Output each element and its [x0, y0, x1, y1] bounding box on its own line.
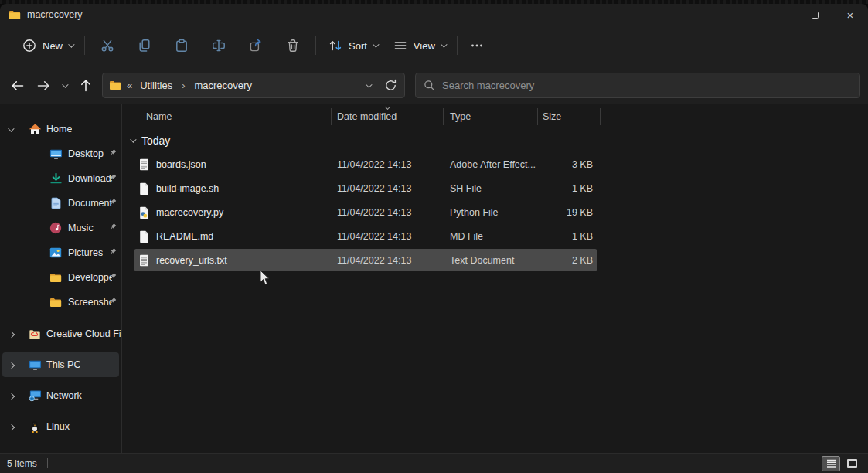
file-name: build-image.sh — [156, 183, 219, 194]
sidebar-item-home[interactable]: Home — [0, 117, 121, 141]
column-header-name[interactable]: Name — [146, 111, 172, 122]
column-header-date-modified[interactable]: Date modified — [337, 111, 397, 122]
rename-button[interactable] — [200, 32, 237, 60]
paste-button[interactable] — [163, 32, 200, 60]
item-count: 5 items — [7, 458, 37, 469]
file-row[interactable]: macrecovery.py11/04/2022 14:13Python Fil… — [122, 200, 868, 224]
file-date-modified: 11/04/2022 14:13 — [337, 255, 411, 266]
share-icon — [248, 38, 264, 53]
maximize-button[interactable] — [797, 4, 832, 26]
recent-locations-button[interactable] — [56, 73, 73, 98]
sidebar-item-label: Creative Cloud Files — [46, 328, 121, 339]
sidebar-item-label: Linux — [46, 421, 70, 432]
folder-tab[interactable]: macrecovery — [0, 9, 83, 20]
view-button[interactable]: View — [385, 32, 453, 59]
breadcrumb-utilities[interactable]: Utilities — [138, 80, 175, 91]
sidebar-tree-section: Creative Cloud FilesThis PCNetworkLinux — [0, 318, 121, 442]
column-divider[interactable] — [331, 108, 332, 125]
file-row[interactable]: README.md11/04/2022 14:13MD File1 KB — [122, 224, 868, 248]
file-row[interactable]: build-image.sh11/04/2022 14:13SH File1 K… — [122, 176, 868, 200]
text-doc-icon — [139, 158, 150, 171]
sidebar-item[interactable]: Documents — [0, 191, 121, 216]
close-button[interactable]: × — [832, 4, 868, 26]
column-divider[interactable] — [537, 108, 538, 125]
sort-button[interactable]: Sort — [320, 32, 385, 59]
file-type: SH File — [450, 183, 482, 194]
address-dropdown-chevron-icon[interactable] — [366, 81, 372, 87]
sort-arrows-icon — [328, 38, 343, 53]
sidebar-item[interactable]: Desktop — [0, 141, 121, 166]
folder-icon — [9, 10, 21, 20]
delete-button[interactable] — [274, 32, 311, 60]
pin-icon — [109, 148, 117, 159]
more-options-button[interactable] — [461, 32, 492, 60]
file-size: 19 KB — [509, 207, 593, 218]
file-list: boards.json11/04/2022 14:13Adobe After E… — [122, 152, 868, 272]
title-bar: macrecovery × — [0, 4, 868, 26]
maximize-icon — [812, 12, 819, 19]
search-input[interactable] — [442, 80, 853, 91]
minimize-button[interactable] — [761, 4, 797, 26]
navigation-bar: « Utilities › macrecovery — [0, 66, 868, 104]
column-divider[interactable] — [600, 108, 601, 125]
copy-button[interactable] — [126, 32, 163, 60]
sidebar-item-label: Documents — [68, 198, 112, 209]
collapsed-path-button[interactable]: « — [127, 80, 132, 91]
column-header-size[interactable]: Size — [543, 111, 561, 122]
plain-doc-icon — [139, 230, 150, 243]
share-button[interactable] — [237, 32, 274, 60]
linux-icon — [28, 420, 42, 434]
downloads-icon — [49, 172, 63, 185]
file-size: 3 KB — [509, 159, 593, 170]
up-button[interactable] — [73, 73, 98, 98]
back-button[interactable] — [5, 73, 30, 98]
main-area: Home DesktopDownloadsDocumentsMusicPictu… — [0, 104, 868, 453]
details-view-button[interactable] — [822, 456, 840, 471]
new-button[interactable]: New — [14, 32, 80, 59]
file-size: 2 KB — [509, 255, 593, 266]
column-header-type[interactable]: Type — [450, 111, 471, 122]
this-pc-icon — [28, 358, 42, 372]
sidebar-item[interactable]: Network — [0, 380, 121, 411]
view-button-label: View — [414, 40, 435, 52]
sidebar-item[interactable]: Linux — [0, 411, 121, 442]
chevron-right-icon — [9, 362, 15, 369]
group-header-today[interactable]: Today — [122, 129, 868, 152]
sidebar-item[interactable]: Screenshots — [0, 290, 121, 315]
toolbar-divider — [84, 36, 85, 55]
sidebar-item-label: Developpement — [68, 272, 112, 283]
close-icon: × — [847, 9, 854, 21]
chevron-down-icon — [8, 125, 14, 131]
sort-button-label: Sort — [349, 40, 367, 52]
chevron-down-icon — [441, 41, 447, 47]
address-bar[interactable]: « Utilities › macrecovery — [102, 73, 405, 98]
file-row[interactable]: recovery_urls.txt11/04/2022 14:13Text Do… — [122, 248, 868, 272]
file-name: macrecovery.py — [156, 207, 223, 218]
file-name: boards.json — [156, 159, 206, 170]
sidebar-item[interactable]: Pictures — [0, 240, 121, 265]
sidebar-item[interactable]: Downloads — [0, 166, 121, 191]
sidebar-item[interactable]: Creative Cloud Files — [0, 318, 121, 349]
large-icons-view-button[interactable] — [842, 456, 861, 471]
column-divider[interactable] — [443, 108, 444, 125]
cut-button[interactable] — [89, 32, 126, 60]
file-type: MD File — [450, 231, 483, 242]
sidebar-item[interactable]: This PC — [0, 349, 121, 380]
search-box[interactable] — [415, 73, 860, 98]
search-icon — [423, 79, 436, 92]
refresh-button[interactable] — [383, 78, 398, 93]
file-name: README.md — [156, 231, 213, 242]
music-icon — [49, 221, 63, 235]
file-name: recovery_urls.txt — [156, 255, 227, 266]
view-lines-icon — [393, 38, 408, 53]
sort-indicator-chevron-icon — [385, 104, 390, 110]
breadcrumb-macrecovery[interactable]: macrecovery — [192, 80, 254, 91]
file-type: Python File — [450, 207, 499, 218]
file-row[interactable]: boards.json11/04/2022 14:13Adobe After E… — [122, 152, 868, 176]
tab-title: macrecovery — [27, 9, 83, 20]
sidebar-item[interactable]: Developpement — [0, 265, 121, 290]
file-type: Text Document — [450, 255, 514, 266]
forward-button[interactable] — [30, 73, 56, 98]
sidebar-item[interactable]: Music — [0, 216, 121, 240]
folder-icon — [49, 271, 63, 284]
